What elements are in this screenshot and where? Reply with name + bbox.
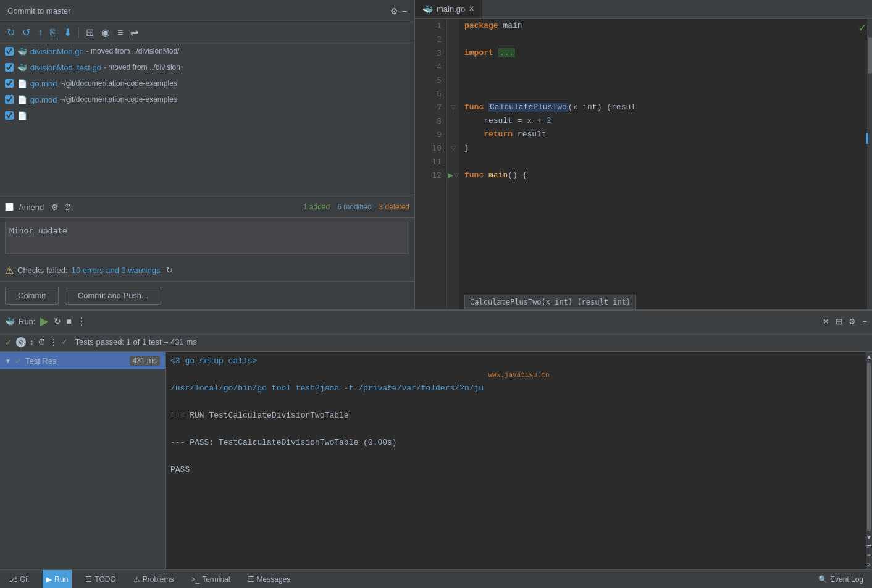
amend-clock-icon[interactable]: ⏱ [64,203,72,212]
checks-link[interactable]: 10 errors and 3 warnings [72,266,161,275]
file-checkbox-2[interactable] [5,63,14,72]
scroll-up-arrow[interactable]: ▲ [865,352,872,361]
file-item-3[interactable]: 📄 go.mod ~/git/documentation-code-exampl… [0,75,414,91]
file-name-1: divisionMod.go [30,47,84,56]
stat-added: 1 added [303,203,330,211]
run-loop-button[interactable]: ↻ [54,316,61,326]
run-settings-button[interactable]: ⚙ [849,317,856,326]
line-gutter: ▽ ▽ ▶ ▽ [447,19,459,309]
gutter-11 [447,154,459,168]
editor-panel: 🐳 main.go ✕ 1 2 3 4 5 6 7 8 9 10 11 12 [415,0,872,309]
editor-tabs: 🐳 main.go ✕ [415,0,872,19]
run-minimize-button[interactable]: − [862,317,867,326]
test-sort-icon[interactable]: ↕ [30,337,34,346]
scroll-wrap-icon[interactable]: ⇌ [865,542,872,551]
code-line-9: return result [464,127,867,141]
file-checkbox-4[interactable] [5,95,14,104]
run-more-button[interactable]: ⋮ [77,316,86,327]
file-checkbox-3[interactable] [5,79,14,88]
test-more-icon[interactable]: ⋮ [49,337,57,346]
editor-scrollbar[interactable] [867,19,872,309]
scroll-extra-icon[interactable]: » [866,560,872,569]
test-stop-icon[interactable]: ⊘ [16,337,26,347]
git-icon: ⎇ [9,575,17,584]
commit-panel-header: Commit to master ⚙ − [0,0,414,22]
run-left-panel: ▼ ✓ Test Res 431 ms [0,352,166,569]
run-right-scrollbar[interactable]: ▲ ▼ ⇌ ≡ » [866,352,872,569]
file-icon-5: 📄 [17,111,27,120]
import-ellipsis: ... [498,48,515,57]
code-editor[interactable]: 1 2 3 4 5 6 7 8 9 10 11 12 [415,19,872,309]
commit-message-input[interactable]: Minor update [5,222,409,254]
run-label-status: Run [54,575,68,584]
split-icon[interactable]: ⇌ [128,25,140,40]
file-item-4[interactable]: 📄 go.mod ~/git/documentation-code-exampl… [0,91,414,107]
checks-text: Checks failed: [17,266,68,275]
gutter-2 [447,32,459,46]
status-todo[interactable]: ☰ TODO [82,570,119,588]
file-icon-4: 📄 [17,95,27,104]
code-content[interactable]: ✓ package main import ... func Calculate… [459,19,872,309]
test-clock-icon[interactable]: ⏱ [38,337,46,346]
commit-button[interactable]: Commit [5,287,59,304]
status-problems[interactable]: ⚠ Problems [130,570,178,588]
commit-toolbar: ↻ ↺ ↑ ⎘ ⬇ ⊞ ◉ ≡ ⇌ [0,22,414,43]
separator [78,27,79,38]
fold-icon-7[interactable]: ▽ [451,104,456,111]
scroll-more-icon[interactable]: ≡ [866,551,872,560]
refresh-icon[interactable]: ↻ [5,25,17,40]
test-result-item-1[interactable]: ▼ ✓ Test Res 431 ms [0,352,165,369]
todo-icon: ☰ [85,575,92,584]
run-close-button[interactable]: ✕ [823,317,829,326]
commit-buttons: Commit Commit and Push... [0,281,414,309]
undo-icon[interactable]: ↺ [20,25,32,40]
tab-go-icon: 🐳 [422,4,433,14]
stat-deleted: 3 deleted [379,203,409,211]
file-checkbox-1[interactable] [5,47,14,56]
grid-icon[interactable]: ⊞ [84,25,96,40]
copy-icon[interactable]: ⎘ [48,26,58,40]
file-item-2[interactable]: 🐳 divisionMod_test.go - moved from ../di… [0,59,414,75]
scroll-down-arrow[interactable]: ▼ [865,532,872,542]
list-icon[interactable]: ≡ [115,26,125,40]
test-status-text: Tests passed: 1 of 1 test – 431 ms [75,337,197,346]
status-messages[interactable]: ☰ Messages [244,570,295,588]
run-play-button[interactable]: ▶ [40,314,49,328]
fold-icon-10[interactable]: ▽ [451,145,456,151]
ln-4: 4 [415,59,446,73]
file-item[interactable]: 🐳 divisionMod.go - moved from ../divisio… [0,43,414,59]
output-line-5: PASS [170,463,867,477]
run-output-content: <3 go setup calls> www.javatiku.cn /usr/… [166,352,872,493]
file-checkbox-5[interactable] [5,111,14,120]
run-icon-12[interactable]: ▶ [448,172,453,178]
run-stop-button[interactable]: ■ [66,316,71,326]
arrow-up-icon[interactable]: ↑ [36,26,44,40]
pass-checkmark: ✓ [858,21,867,35]
event-log-icon: 🔍 [818,575,828,584]
tab-main-go[interactable]: 🐳 main.go ✕ [415,0,482,18]
commit-and-push-button[interactable]: Commit and Push... [65,287,161,304]
run-layout-button[interactable]: ⊞ [836,317,842,326]
checks-refresh-icon[interactable]: ↻ [166,266,173,275]
gutter-5 [447,73,459,86]
amend-checkbox[interactable] [5,203,14,211]
eye-icon[interactable]: ◉ [99,25,112,40]
code-line-3: import ... [464,46,867,59]
download-icon[interactable]: ⬇ [62,25,73,40]
settings-icon[interactable]: ⚙ [390,6,398,16]
amend-settings-icon[interactable]: ⚙ [51,203,59,212]
tab-close-icon[interactable]: ✕ [469,5,474,13]
run-go-icon: 🐳 [5,317,15,326]
file-detail-4: ~/git/documentation-code-examples [59,95,177,104]
minimize-icon[interactable]: − [402,6,407,16]
status-event-log[interactable]: 🔍 Event Log [815,575,867,584]
func-main: main [488,170,508,180]
status-terminal[interactable]: >_ Terminal [188,570,234,588]
code-line-8: result = x + 2 [464,114,867,127]
status-run[interactable]: ▶ Run [43,570,72,588]
file-item-5[interactable]: 📄 [0,107,414,124]
status-git[interactable]: ⎇ Git [5,570,33,588]
file-icon-3: 📄 [17,79,27,88]
run-output-panel: <3 go setup calls> www.javatiku.cn /usr/… [166,352,872,569]
fold-icon-12[interactable]: ▽ [454,172,459,178]
